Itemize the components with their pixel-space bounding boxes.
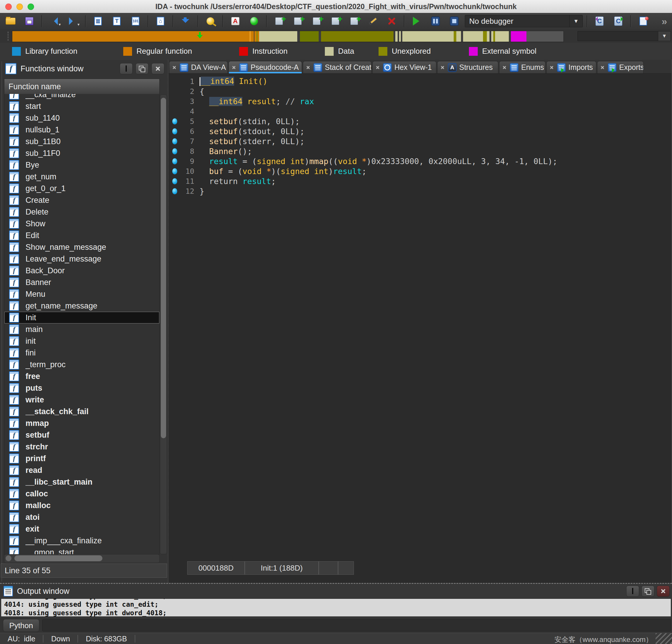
navband-zoom-control[interactable] xyxy=(577,31,671,41)
addE-icon[interactable] xyxy=(346,15,362,27)
function-list-item[interactable]: start xyxy=(4,100,159,112)
tab-close-icon[interactable] xyxy=(172,65,176,70)
function-list-horizontal-scrollbar[interactable] xyxy=(4,554,160,563)
function-list-item[interactable]: puts xyxy=(4,382,159,394)
function-list-item[interactable]: exit xyxy=(4,523,159,535)
flash-icon[interactable] xyxy=(202,15,219,27)
jump-icon[interactable] xyxy=(177,15,194,27)
notes-icon[interactable] xyxy=(635,15,651,27)
function-list-item[interactable]: Delete xyxy=(4,206,159,218)
function-list-item[interactable]: init xyxy=(4,335,159,347)
function-list-item[interactable]: setbuf xyxy=(4,429,159,441)
scrollbar-button[interactable] xyxy=(5,555,11,561)
dock-button[interactable] xyxy=(626,586,639,597)
function-list-item[interactable]: Edit xyxy=(4,229,159,241)
function-list-item[interactable]: __stack_chk_fail xyxy=(4,406,159,417)
adddata-icon[interactable] xyxy=(290,15,306,27)
breakpoint-gutter[interactable] xyxy=(168,188,181,194)
chev-icon[interactable] xyxy=(656,15,672,27)
tab-ida-view[interactable]: DA View-A xyxy=(169,61,228,73)
breakpoint-icon[interactable] xyxy=(172,168,177,174)
tab-pseudocode[interactable]: Pseudocode-A xyxy=(229,61,302,73)
function-list-item[interactable]: printf xyxy=(4,453,159,464)
function-list-item[interactable]: read xyxy=(4,464,159,476)
close-window-button[interactable] xyxy=(5,3,12,10)
function-list-item[interactable]: Create xyxy=(4,194,159,206)
tab-hex[interactable]: Hex View-1 xyxy=(372,61,436,73)
function-list-item[interactable]: __gmon_start__ xyxy=(4,547,159,554)
breakpoint-icon[interactable] xyxy=(172,148,177,154)
redx-icon[interactable] xyxy=(384,15,400,27)
binoc-icon[interactable] xyxy=(152,15,169,27)
function-list-item[interactable]: Show xyxy=(4,218,159,229)
tab-structures[interactable]: Structures xyxy=(437,61,498,73)
resize-grip[interactable] xyxy=(656,633,672,644)
breakpoint-gutter[interactable] xyxy=(168,158,181,164)
tab-close-icon[interactable] xyxy=(441,65,445,70)
scrollbar-thumb[interactable] xyxy=(161,98,166,438)
tab-close-icon[interactable] xyxy=(600,65,604,70)
function-list-item[interactable]: get_name_message xyxy=(4,300,159,312)
addS-icon[interactable] xyxy=(327,15,344,27)
tab-enums[interactable]: Enums xyxy=(499,61,545,73)
breakpoint-icon[interactable] xyxy=(172,118,177,124)
function-list-item[interactable]: Init xyxy=(4,312,159,323)
breakpoint-gutter[interactable] xyxy=(168,148,181,154)
breakpoint-gutter[interactable] xyxy=(168,168,181,174)
function-list-item[interactable]: __imp___cxa_finalize xyxy=(4,535,159,547)
minimize-window-button[interactable] xyxy=(16,3,23,10)
function-name-column-header[interactable]: Function name xyxy=(4,79,160,95)
forward-icon[interactable] xyxy=(65,15,81,27)
stop-icon[interactable] xyxy=(446,15,463,27)
function-list-item[interactable]: calloc xyxy=(4,488,159,500)
function-list-item[interactable]: main xyxy=(4,323,159,335)
python-command-input[interactable] xyxy=(42,619,671,631)
function-list-vertical-scrollbar[interactable] xyxy=(160,95,167,554)
breakpoint-icon[interactable] xyxy=(172,158,177,164)
chevron-down-icon[interactable] xyxy=(569,15,583,27)
chevron-down-icon[interactable] xyxy=(658,32,671,41)
tab-exports[interactable]: Exports xyxy=(597,61,644,73)
function-list-item[interactable]: __cxa_finalize xyxy=(4,94,159,100)
warnA-icon[interactable] xyxy=(227,15,243,27)
function-list-item[interactable]: sub_11B0 xyxy=(4,135,159,147)
breakpoint-gutter[interactable] xyxy=(168,138,181,144)
breakpoint-icon[interactable] xyxy=(172,178,177,184)
breakpoint-icon[interactable] xyxy=(172,128,177,134)
tab-close-icon[interactable] xyxy=(502,65,506,70)
function-list-item[interactable]: get_0_or_1 xyxy=(4,182,159,194)
save-icon[interactable] xyxy=(21,15,38,27)
function-list-item[interactable]: free xyxy=(4,370,159,382)
function-list-item[interactable]: Menu xyxy=(4,288,159,300)
breakpoint-gutter[interactable] xyxy=(168,128,181,134)
stepc2-icon[interactable] xyxy=(610,15,626,27)
function-list-item[interactable]: Back_Door xyxy=(4,265,159,276)
pseudocode-view[interactable]: 1__int64 Init()2{3 __int64 result; // ra… xyxy=(168,73,671,563)
back-icon[interactable] xyxy=(46,15,62,27)
function-list-item[interactable]: strchr xyxy=(4,441,159,453)
function-list-item[interactable]: Show_name_message xyxy=(4,241,159,253)
stepc1-icon[interactable] xyxy=(591,15,608,27)
function-list-item[interactable]: Bye xyxy=(4,159,159,171)
function-list-item[interactable]: malloc xyxy=(4,500,159,511)
addcode-icon[interactable] xyxy=(271,15,287,27)
tab-stack[interactable]: Stack of Create xyxy=(303,61,372,73)
function-list-item[interactable]: _term_proc xyxy=(4,359,159,370)
breakpoint-icon[interactable] xyxy=(172,138,177,144)
open-icon[interactable] xyxy=(2,15,19,27)
function-list-item[interactable]: fini xyxy=(4,347,159,359)
tab-close-icon[interactable] xyxy=(550,65,554,70)
function-list-item[interactable]: Leave_end_message xyxy=(4,253,159,265)
navT-icon[interactable] xyxy=(109,15,125,27)
zoom-window-button[interactable] xyxy=(27,3,34,10)
addA-icon[interactable] xyxy=(309,15,325,27)
tab-close-icon[interactable] xyxy=(232,65,236,70)
ball-icon[interactable] xyxy=(246,15,262,27)
function-list-item[interactable]: Banner xyxy=(4,276,159,288)
output-log[interactable]: 4020: using guessed type int can_malloc;… xyxy=(1,598,671,617)
tab-imports[interactable]: Imports xyxy=(547,61,596,73)
close-panel-button[interactable] xyxy=(152,63,164,74)
navigation-band[interactable] xyxy=(12,31,564,42)
function-list-item[interactable]: atoi xyxy=(4,511,159,523)
function-list-item[interactable]: get_num xyxy=(4,171,159,182)
